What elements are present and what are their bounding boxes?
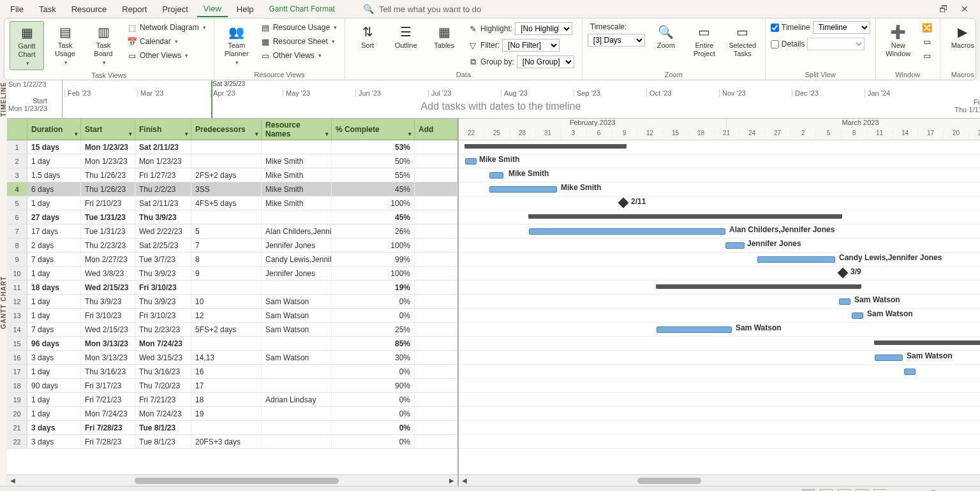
cell-complete[interactable]: 53% <box>332 140 415 154</box>
scroll-left-icon[interactable]: ◀ <box>7 477 19 484</box>
gantt-task-bar[interactable] <box>875 355 903 361</box>
cell-complete[interactable]: 99% <box>332 253 415 266</box>
arrange-all-button[interactable]: ▭ <box>919 35 935 48</box>
cell-complete[interactable]: 0% <box>332 421 415 434</box>
close-icon[interactable]: ✕ <box>961 4 969 14</box>
row-number[interactable]: 2 <box>7 154 27 168</box>
cell-finish[interactable]: Mon 1/23/23 <box>135 154 191 168</box>
cell-finish[interactable]: Mon 7/24/23 <box>135 337 191 350</box>
cell-duration[interactable]: 1 day <box>27 407 81 420</box>
cell-predecessors[interactable] <box>191 337 262 350</box>
row-number[interactable]: 8 <box>7 238 27 252</box>
gantt-milestone[interactable] <box>838 268 849 279</box>
cell-start[interactable]: Mon 2/27/23 <box>81 253 135 266</box>
chevron-down-icon[interactable]: ▾ <box>75 131 78 137</box>
restore-down-icon[interactable]: 🗗 <box>939 4 948 14</box>
cell-duration[interactable]: 96 days <box>27 337 81 350</box>
cell-add[interactable] <box>415 337 457 350</box>
tables-button[interactable]: ▦Tables <box>427 21 461 52</box>
gantt-body[interactable]: Mike SmithMike SmithMike Smith2/11Alan C… <box>459 140 980 449</box>
cell-duration[interactable]: 6 days <box>27 182 81 196</box>
cell-finish[interactable]: Thu 2/2/23 <box>135 182 191 196</box>
cell-predecessors[interactable]: 17 <box>191 379 262 392</box>
cell-predecessors[interactable] <box>191 281 262 294</box>
menu-task[interactable]: Task <box>33 2 63 17</box>
cell-duration[interactable]: 3 days <box>27 351 81 364</box>
cell-predecessors[interactable]: 5 <box>191 224 262 238</box>
table-row[interactable]: 6 27 days Tue 1/31/23 Thu 3/9/23 45% <box>7 210 457 224</box>
cell-predecessors[interactable]: 4FS+5 days <box>191 196 262 210</box>
tell-me-search[interactable]: 🔍 Tell me what you want to do <box>363 4 481 14</box>
view-gantt-icon[interactable]: ▦ <box>802 489 815 492</box>
row-number[interactable]: 1 <box>7 140 27 154</box>
cell-resource-names[interactable] <box>262 379 332 392</box>
cell-predecessors[interactable] <box>191 154 262 168</box>
cell-complete[interactable]: 0% <box>332 407 415 420</box>
cell-finish[interactable]: Tue 8/1/23 <box>135 421 191 434</box>
cell-resource-names[interactable] <box>262 365 332 378</box>
gantt-summary-bar[interactable] <box>875 341 980 345</box>
cell-resource-names[interactable]: Mike Smith <box>262 168 332 182</box>
cell-finish[interactable]: Mon 7/24/23 <box>135 407 191 420</box>
table-row[interactable]: 21 3 days Fri 7/28/23 Tue 8/1/23 0% <box>7 421 457 435</box>
cell-finish[interactable]: Fri 7/21/23 <box>135 393 191 406</box>
row-number[interactable]: 11 <box>7 281 27 294</box>
cell-finish[interactable]: Thu 2/23/23 <box>135 323 191 336</box>
cell-resource-names[interactable]: Sam Watson <box>262 323 332 336</box>
col-add-new[interactable]: Add <box>415 119 457 140</box>
gantt-summary-bar[interactable] <box>465 144 626 149</box>
cell-start[interactable]: Mon 3/13/23 <box>81 337 135 350</box>
gantt-hscroll[interactable]: ◀ ▶ <box>459 474 980 486</box>
switch-windows-button[interactable]: 🔀 <box>919 21 935 34</box>
cell-duration[interactable]: 7 days <box>27 323 81 336</box>
chevron-down-icon[interactable]: ▾ <box>255 131 258 137</box>
table-row[interactable]: 17 1 day Thu 3/16/23 Thu 3/16/23 16 0% <box>7 365 457 379</box>
macros-button[interactable]: ▶Macros <box>946 21 980 52</box>
cell-add[interactable] <box>415 323 457 336</box>
cell-start[interactable]: Thu 2/23/23 <box>81 238 135 252</box>
cell-duration[interactable]: 1 day <box>27 154 81 168</box>
cell-resource-names[interactable]: Sam Watson <box>262 295 332 308</box>
cell-complete[interactable]: 0% <box>332 365 415 378</box>
menu-report[interactable]: Report <box>115 2 153 17</box>
cell-finish[interactable]: Fri 3/10/23 <box>135 309 191 322</box>
cell-resource-names[interactable]: Mike Smith <box>262 154 332 168</box>
cell-start[interactable]: Wed 2/15/23 <box>81 323 135 336</box>
cell-add[interactable] <box>415 295 457 308</box>
cell-predecessors[interactable] <box>191 421 262 434</box>
cell-predecessors[interactable]: 20FS+3 days <box>191 435 262 448</box>
cell-predecessors[interactable]: 5FS+2 days <box>191 323 262 336</box>
cell-finish[interactable]: Tue 8/1/23 <box>135 435 191 448</box>
row-number[interactable]: 16 <box>7 351 27 364</box>
gantt-task-bar[interactable] <box>529 228 725 235</box>
cell-finish[interactable]: Wed 3/15/23 <box>135 351 191 364</box>
cell-complete[interactable]: 30% <box>332 351 415 364</box>
cell-start[interactable]: Thu 3/16/23 <box>81 365 135 378</box>
cell-complete[interactable]: 0% <box>332 435 415 448</box>
cell-add[interactable] <box>415 224 457 238</box>
cell-resource-names[interactable]: Mike Smith <box>262 182 332 196</box>
task-board-button[interactable]: ▥ Task Board▾ <box>86 21 121 69</box>
table-row[interactable]: 13 1 day Fri 3/10/23 Fri 3/10/23 12 Sam … <box>7 309 457 323</box>
table-row[interactable]: 19 1 day Fri 7/21/23 Fri 7/21/23 18 Adri… <box>7 393 457 407</box>
cell-finish[interactable]: Fri 1/27/23 <box>135 168 191 182</box>
cell-add[interactable] <box>415 435 457 448</box>
view-task-usage-icon[interactable]: ▤ <box>820 489 833 492</box>
cell-duration[interactable]: 1 day <box>27 365 81 378</box>
cell-start[interactable]: Mon 1/23/23 <box>81 140 135 154</box>
row-number[interactable]: 4 <box>7 182 27 196</box>
cell-start[interactable]: Fri 3/10/23 <box>81 309 135 322</box>
task-usage-button[interactable]: ▤ Task Usage▾ <box>48 21 82 69</box>
cell-start[interactable]: Thu 1/26/23 <box>81 168 135 182</box>
cell-resource-names[interactable]: Jennifer Jones <box>262 238 332 252</box>
row-number[interactable]: 10 <box>7 267 27 280</box>
col-duration[interactable]: Duration▾ <box>27 119 81 140</box>
cell-start[interactable]: Mon 3/13/23 <box>81 351 135 364</box>
menu-help[interactable]: Help <box>230 2 260 17</box>
col-predecessors[interactable]: Predecessors▾ <box>191 119 262 140</box>
cell-start[interactable]: Wed 2/15/23 <box>81 281 135 294</box>
gantt-task-bar[interactable] <box>465 158 477 165</box>
row-number[interactable]: 12 <box>7 295 27 308</box>
calendar-button[interactable]: 📅Calendar▾ <box>124 35 209 48</box>
cell-add[interactable] <box>415 421 457 434</box>
